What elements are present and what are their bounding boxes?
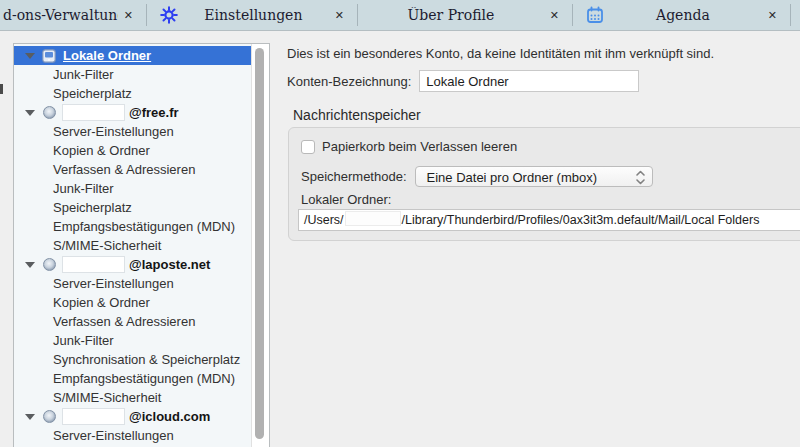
disclosure-triangle-icon[interactable] [25, 53, 35, 59]
calendar-icon [586, 6, 604, 24]
sidebar-item-label: Empfangsbestätigungen (MDN) [53, 219, 235, 234]
sidebar-item-kopien-ordner[interactable]: Kopien & Ordner [14, 293, 251, 312]
sidebar-scrollbar-thumb[interactable] [255, 48, 264, 439]
sidebar-item-junk-filter[interactable]: Junk-Filter [14, 65, 251, 84]
sidebar-item-label: Junk-Filter [53, 333, 114, 348]
store-method-row: Speichermethode: Eine Datei pro Ordner (… [301, 166, 653, 187]
account-name-label: Konten-Bezeichnung: [287, 74, 411, 89]
store-method-label: Speichermethode: [301, 169, 407, 184]
sidebar-item-server-einstellungen[interactable]: Server-Einstellungen [14, 426, 251, 445]
sidebar-item-verfassen-adressieren[interactable]: Verfassen & Adressieren [14, 312, 251, 331]
disclosure-triangle-icon[interactable] [25, 414, 35, 420]
sidebar-item-junk-filter[interactable]: Junk-Filter [14, 179, 251, 198]
tab-close-icon-agenda[interactable]: ✕ [762, 0, 790, 30]
local-dir-label: Lokaler Ordner: [301, 192, 391, 207]
sidebar-account-icloud-com[interactable]: @icloud.com [14, 407, 251, 426]
tab-label-settings: Einstellungen [178, 7, 329, 23]
computer-icon [42, 49, 56, 63]
tab-addons[interactable]: d-ons-Verwaltung✕ [0, 0, 146, 30]
sidebar-item-lokale-ordner[interactable]: Lokale Ordner [14, 46, 251, 65]
tab-close-icon-about-profiles[interactable]: ✕ [544, 0, 572, 30]
sidebar-item-empfangsbestätigungen-mdn[interactable]: Empfangsbestätigungen (MDN) [14, 217, 251, 236]
sidebar-item-label: Server-Einstellungen [53, 124, 174, 139]
sidebar-item-label: Junk-Filter [53, 181, 114, 196]
sidebar-item-s-mime-sicherheit[interactable]: S/MIME-Sicherheit [14, 388, 251, 407]
globe-icon [42, 410, 56, 424]
sidebar-item-label: Speicherplatz [53, 200, 132, 215]
gear-icon [160, 6, 178, 24]
sidebar-item-label: Kopien & Ordner [53, 143, 150, 158]
sidebar-item-label: Verfassen & Adressieren [53, 162, 195, 177]
sidebar-item-label: S/MIME-Sicherheit [53, 238, 161, 253]
globe-icon [42, 258, 56, 272]
sidebar-item-verfassen-adressieren[interactable]: Verfassen & Adressieren [14, 160, 251, 179]
tab-bar: d-ons-Verwaltung✕Einstellungen✕Über Prof… [0, 0, 800, 31]
account-name-row: Konten-Bezeichnung: [287, 70, 639, 92]
empty-trash-row: Papierkorb beim Verlassen leeren [301, 139, 517, 154]
disclosure-triangle-icon[interactable] [25, 110, 35, 116]
sidebar-item-label: @icloud.com [129, 409, 210, 424]
path-suffix: /Library/Thunderbird/Profiles/0ax3it3m.d… [402, 213, 760, 227]
sidebar-item-label: Speicherplatz [53, 86, 132, 101]
sidebar-item-label: Kopien & Ordner [53, 295, 150, 310]
sidebar-item-junk-filter[interactable]: Junk-Filter [14, 331, 251, 350]
sidebar-item-speicherplatz[interactable]: Speicherplatz [14, 198, 251, 217]
sidebar-item-label: @free.fr [129, 105, 179, 120]
empty-trash-checkbox[interactable] [301, 140, 315, 154]
thunderbird-settings-window: d-ons-Verwaltung✕Einstellungen✕Über Prof… [0, 0, 800, 447]
sidebar-item-s-mime-sicherheit[interactable]: S/MIME-Sicherheit [14, 236, 251, 255]
tab-label-addons: d-ons-Verwaltung [0, 7, 118, 23]
account-settings-panel: Dies ist ein besonderes Konto, da keine … [285, 30, 800, 447]
sidebar-account-free-fr[interactable]: @free.fr [14, 103, 251, 122]
sidebar-item-label: Verfassen & Adressieren [53, 314, 195, 329]
accounts-tree: Lokale OrdnerJunk-FilterSpeicherplatz@fr… [14, 44, 251, 447]
sidebar-item-label: Server-Einstellungen [53, 428, 174, 443]
account-name-input[interactable] [419, 70, 639, 92]
sidebar-item-label: Synchronisation & Speicherplatz [53, 352, 240, 367]
sidebar-item-synchronisation-speicherplatz[interactable]: Synchronisation & Speicherplatz [14, 350, 251, 369]
redacted-username [345, 211, 401, 226]
store-method-select[interactable]: Eine Datei pro Ordner (mbox) [415, 166, 653, 187]
disclosure-triangle-icon[interactable] [25, 262, 35, 268]
sidebar-scrollbar[interactable] [251, 44, 269, 447]
sidebar-item-server-einstellungen[interactable]: Server-Einstellungen [14, 122, 251, 141]
tab-agenda[interactable]: Agenda✕ [573, 0, 790, 30]
background-window-edge [0, 84, 3, 94]
sidebar-item-label: Lokale Ordner [63, 48, 151, 63]
empty-trash-label: Papierkorb beim Verlassen leeren [322, 139, 517, 154]
tab-separator [790, 4, 791, 26]
sidebar-item-label: Server-Einstellungen [53, 276, 174, 291]
sidebar-item-empfangsbestätigungen-mdn[interactable]: Empfangsbestätigungen (MDN) [14, 369, 251, 388]
tab-label-agenda: Agenda [604, 7, 762, 23]
tab-close-icon-addons[interactable]: ✕ [118, 0, 146, 30]
globe-icon [42, 106, 56, 120]
sidebar-item-label: @laposte.net [129, 257, 210, 272]
sidebar-item-label: S/MIME-Sicherheit [53, 390, 161, 405]
message-storage-title: Nachrichtenspeicher [293, 107, 421, 123]
redacted-username [62, 256, 125, 273]
tab-settings[interactable]: Einstellungen✕ [147, 0, 357, 30]
special-account-note: Dies ist ein besonderes Konto, da keine … [287, 46, 714, 61]
accounts-sidebar: Lokale OrdnerJunk-FilterSpeicherplatz@fr… [13, 43, 270, 447]
tab-label-about-profiles: Über Profile [358, 7, 544, 23]
message-storage-groupbox: Papierkorb beim Verlassen leeren Speiche… [288, 127, 800, 241]
chevron-up-down-icon [636, 170, 645, 191]
path-prefix: /Users/ [304, 213, 344, 227]
local-dir-path-field[interactable]: /Users//Library/Thunderbird/Profiles/0ax… [298, 209, 800, 231]
sidebar-account-laposte-net[interactable]: @laposte.net [14, 255, 251, 274]
sidebar-item-label: Empfangsbestätigungen (MDN) [53, 371, 235, 386]
sidebar-item-server-einstellungen[interactable]: Server-Einstellungen [14, 274, 251, 293]
tab-about-profiles[interactable]: Über Profile✕ [358, 0, 572, 30]
tab-close-icon-settings[interactable]: ✕ [329, 0, 357, 30]
store-method-value: Eine Datei pro Ordner (mbox) [427, 170, 598, 185]
sidebar-item-label: Junk-Filter [53, 67, 114, 82]
sidebar-item-speicherplatz[interactable]: Speicherplatz [14, 84, 251, 103]
sidebar-item-kopien-ordner[interactable]: Kopien & Ordner [14, 141, 251, 160]
redacted-username [62, 104, 125, 121]
redacted-username [62, 408, 125, 425]
